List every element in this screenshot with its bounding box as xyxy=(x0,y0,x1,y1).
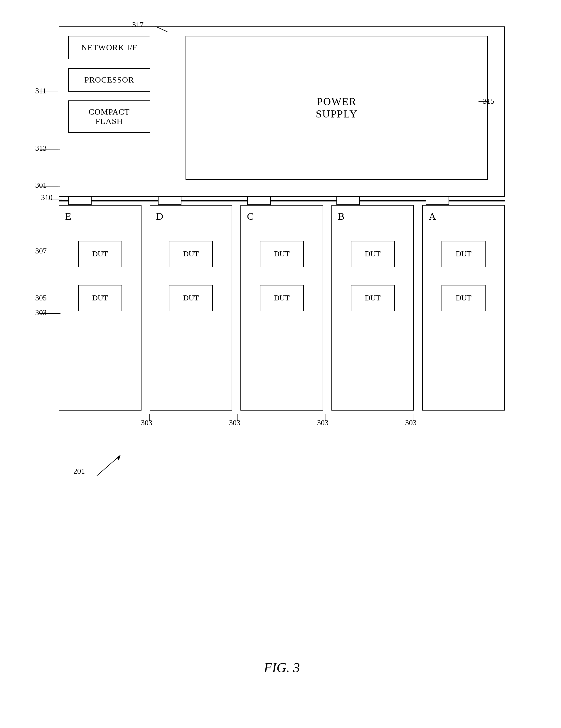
dut-label-e-top: DUT xyxy=(92,250,108,258)
dut-box-c-top: DUT xyxy=(260,241,304,267)
dut-label-b-bottom: DUT xyxy=(365,294,380,302)
slot-card-b: B DUT DUT xyxy=(331,205,414,411)
network-if-label: NETWORK I/F xyxy=(81,43,137,52)
power-supply-label-2: SUPPLY xyxy=(316,108,357,120)
slot-label-a: A xyxy=(429,211,436,222)
slot-label-d: D xyxy=(156,211,164,222)
power-supply-box-315: POWER SUPPLY xyxy=(186,36,488,180)
processor-box: PROCESSOR xyxy=(68,68,150,92)
bus-connector-d xyxy=(158,196,182,205)
diagram: 317 NETWORK I/F PROCESSOR COMPACT FLASH … xyxy=(35,18,528,693)
dut-label-c-top: DUT xyxy=(274,250,289,258)
slot-card-d: D DUT DUT xyxy=(150,205,233,411)
power-supply-label-1: POWER xyxy=(316,95,357,108)
bus-connector-a xyxy=(426,196,449,205)
svg-line-13 xyxy=(97,455,120,476)
slot-label-b: B xyxy=(338,211,345,222)
dut-label-d-bottom: DUT xyxy=(183,294,199,302)
dut-label-e-bottom: DUT xyxy=(92,294,108,302)
bus-connector-e xyxy=(68,196,92,205)
dut-box-d-top: DUT xyxy=(169,241,213,267)
dut-box-b-bottom: DUT xyxy=(351,285,395,311)
dut-box-a-bottom: DUT xyxy=(441,285,486,311)
dut-box-d-bottom: DUT xyxy=(169,285,213,311)
dut-label-c-bottom: DUT xyxy=(274,294,289,302)
dut-label-a-bottom: DUT xyxy=(456,294,471,302)
controller-box-317: NETWORK I/F PROCESSOR COMPACT FLASH POWE… xyxy=(59,26,505,197)
fig-caption-text: FIG. 3 xyxy=(264,660,300,675)
slot-card-c: C DUT DUT xyxy=(241,205,323,411)
dut-box-e-top: DUT xyxy=(78,241,122,267)
dut-label-b-top: DUT xyxy=(365,250,380,258)
fig-caption: FIG. 3 xyxy=(264,660,300,675)
compact-flash-box: COMPACT FLASH xyxy=(68,100,150,133)
slot-label-c: C xyxy=(247,211,254,222)
left-components: NETWORK I/F PROCESSOR COMPACT FLASH xyxy=(68,36,174,133)
network-if-box: NETWORK I/F xyxy=(68,36,150,59)
dut-box-c-bottom: DUT xyxy=(260,285,304,311)
bus-connector-b xyxy=(336,196,360,205)
slot-label-e: E xyxy=(65,211,71,222)
slot-card-a: A DUT DUT xyxy=(422,205,505,411)
bus-connector-c xyxy=(247,196,271,205)
svg-marker-14 xyxy=(117,455,120,460)
compact-flash-label-2: FLASH xyxy=(95,117,123,126)
dut-box-a-top: DUT xyxy=(441,241,486,267)
slot-card-e: E DUT DUT xyxy=(59,205,142,411)
slots-container: E DUT DUT D DUT DUT C DUT DUT xyxy=(59,205,505,411)
processor-label: PROCESSOR xyxy=(84,75,134,85)
dut-box-e-bottom: DUT xyxy=(78,285,122,311)
compact-flash-label-1: COMPACT xyxy=(89,107,130,117)
dut-label-a-top: DUT xyxy=(456,250,471,258)
dut-label-d-top: DUT xyxy=(183,250,199,258)
dut-box-b-top: DUT xyxy=(351,241,395,267)
